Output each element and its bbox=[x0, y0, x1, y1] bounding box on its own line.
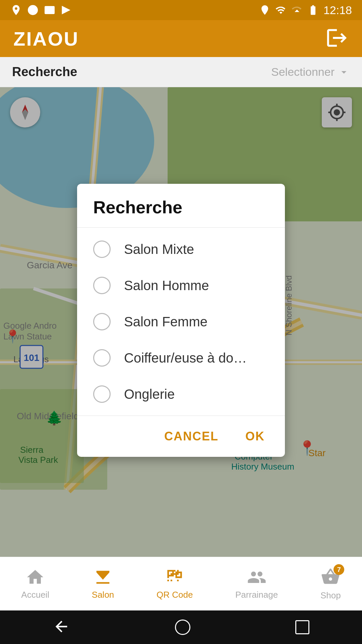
gps-icon bbox=[259, 4, 270, 16]
svg-point-0 bbox=[28, 5, 38, 15]
option-label-salon-femme: Salon Femme bbox=[124, 314, 207, 329]
option-label-salon-mixte: Salon Mixte bbox=[124, 241, 194, 257]
radio-coiffeur-dom[interactable] bbox=[93, 349, 111, 367]
search-bar: Recherche Selectionner bbox=[0, 57, 362, 87]
svg-rect-1 bbox=[45, 6, 55, 14]
back-button[interactable] bbox=[53, 618, 70, 637]
app-bar: ZIAOU bbox=[0, 20, 362, 57]
option-coiffeur-dom[interactable]: Coiffeur/euse à do… bbox=[77, 340, 285, 376]
dialog-options-list: Salon Mixte Salon Homme Salon Femme Coif… bbox=[77, 228, 285, 416]
search-label: Recherche bbox=[12, 65, 77, 79]
app-icon-1 bbox=[10, 4, 22, 16]
option-label-coiffeur-dom: Coiffeur/euse à do… bbox=[124, 350, 247, 365]
option-salon-femme[interactable]: Salon Femme bbox=[77, 304, 285, 340]
nav-item-parrainage[interactable]: Parrainage bbox=[235, 568, 278, 600]
radio-salon-femme[interactable] bbox=[93, 313, 111, 330]
battery-icon bbox=[307, 4, 319, 16]
radio-onglerie[interactable] bbox=[93, 385, 111, 403]
radio-salon-mixte[interactable] bbox=[93, 240, 111, 258]
nav-label-qrcode: QR Code bbox=[157, 590, 193, 600]
option-label-salon-homme: Salon Homme bbox=[124, 278, 209, 293]
dialog-title: Recherche bbox=[77, 184, 285, 228]
logout-button[interactable] bbox=[325, 26, 349, 51]
bottom-nav: Accueil Salon QR Code Parrainage 7 Shop bbox=[0, 557, 362, 610]
dialog-actions: CANCEL OK bbox=[77, 416, 285, 457]
recents-button[interactable] bbox=[295, 620, 309, 634]
play-store-icon bbox=[60, 4, 72, 16]
select-label: Selectionner bbox=[271, 65, 335, 78]
option-salon-homme[interactable]: Salon Homme bbox=[77, 267, 285, 304]
parrainage-icon bbox=[247, 568, 266, 587]
nav-label-accueil: Accueil bbox=[21, 590, 49, 600]
shop-badge: 7 bbox=[334, 564, 344, 575]
home-circle-icon bbox=[175, 620, 190, 635]
android-nav-bar bbox=[0, 610, 362, 644]
nav-item-accueil[interactable]: Accueil bbox=[21, 568, 49, 600]
chevron-down-icon bbox=[338, 66, 350, 78]
nav-label-shop: Shop bbox=[320, 590, 341, 601]
status-bar-right-icons: 12:18 bbox=[259, 4, 352, 17]
status-bar: 12:18 bbox=[0, 0, 362, 20]
nav-label-salon: Salon bbox=[92, 590, 114, 600]
map-area: Garcia Ave Stierlin Ct N Shoreline Blvd … bbox=[0, 87, 362, 597]
ok-button[interactable]: OK bbox=[239, 426, 272, 447]
home-icon bbox=[25, 568, 45, 587]
app-title: ZIAOU bbox=[13, 28, 79, 50]
home-button[interactable] bbox=[175, 620, 190, 635]
app-icon-3 bbox=[44, 4, 56, 16]
option-onglerie[interactable]: Onglerie bbox=[77, 376, 285, 412]
logout-icon bbox=[325, 26, 349, 50]
time-display: 12:18 bbox=[323, 4, 352, 17]
option-salon-mixte[interactable]: Salon Mixte bbox=[77, 231, 285, 267]
nav-item-salon[interactable]: Salon bbox=[92, 568, 114, 600]
recherche-dialog: Recherche Salon Mixte Salon Homme Salon … bbox=[77, 184, 285, 457]
nav-item-qrcode[interactable]: QR Code bbox=[157, 568, 193, 600]
app-icon-2 bbox=[27, 4, 39, 16]
signal-icon bbox=[291, 4, 303, 16]
nav-item-shop[interactable]: 7 Shop bbox=[320, 567, 341, 601]
qrcode-icon bbox=[165, 568, 184, 587]
salon-icon bbox=[93, 568, 113, 587]
radio-salon-homme[interactable] bbox=[93, 277, 111, 294]
status-bar-left-icons bbox=[10, 4, 72, 16]
recents-icon bbox=[295, 620, 309, 634]
cancel-button[interactable]: CANCEL bbox=[158, 426, 225, 447]
back-icon bbox=[53, 618, 70, 635]
select-dropdown[interactable]: Selectionner bbox=[271, 65, 350, 78]
nav-label-parrainage: Parrainage bbox=[235, 590, 278, 600]
wifi-icon bbox=[275, 4, 287, 16]
option-label-onglerie: Onglerie bbox=[124, 386, 175, 401]
